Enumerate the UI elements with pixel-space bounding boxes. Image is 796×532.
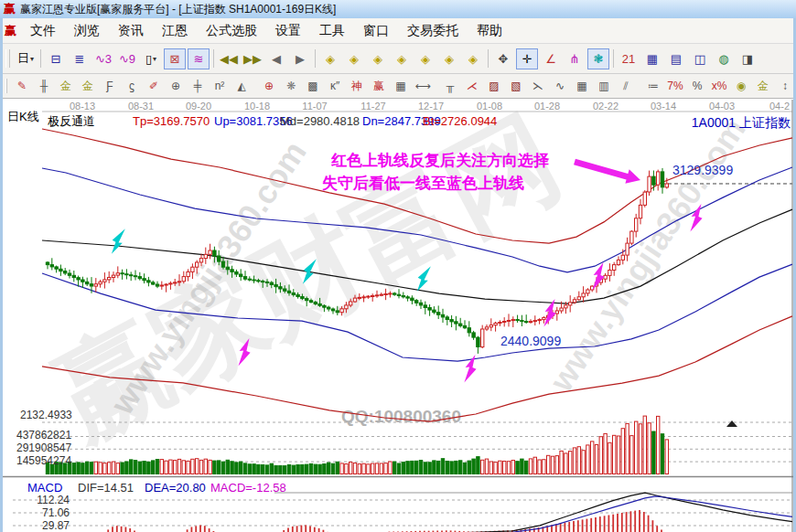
market-monitor-icon[interactable]: ⊟ [45,48,67,69]
window-title: 赢家江恩专业版[赢家服务平台] - [上证指数 SH1A0001-169日K线] [20,2,336,17]
volume-axis-label-3: 145954274 [16,454,71,467]
gold-lines-icon[interactable]: 金 [753,77,773,96]
gann-jump-out-icon[interactable]: ◈ [438,48,460,69]
time-circle-icon[interactable]: ⊕ [166,77,186,96]
spiral-icon[interactable]: ❋ [281,77,301,96]
width-measure-icon[interactable]: ⟷ [413,77,433,96]
next-page-icon[interactable]: ▶ [289,48,311,69]
shen-tool-icon[interactable]: 神 [347,77,367,96]
k-mark-icon[interactable]: ĸ″ [325,77,345,96]
calculator-icon[interactable]: ▦ [641,48,663,69]
indicator-name[interactable]: 极反通道 [48,114,95,128]
gann-jump-star-icon[interactable]: ◈ [414,48,436,69]
smart-analysis-icon[interactable]: ❃ [587,48,609,69]
price-low-label: 2440.9099 [500,334,561,348]
x-axis-date-label: 12-17 [418,101,444,112]
menu-item-6[interactable]: 设置 [266,20,310,42]
x-axis-date-label: 01-28 [534,101,560,112]
menu-item-9[interactable]: 交易委托 [398,20,468,42]
level-tool-icon[interactable]: ╥ [440,77,460,96]
parallel-lines-icon[interactable]: ⫽ [616,77,636,96]
toolbar-grip[interactable] [5,79,7,94]
pan-hand-icon[interactable]: ✥ [492,48,514,69]
symbol-label[interactable]: 1A0001 上证指数 [692,115,791,130]
menu-item-5[interactable]: 公式选股 [197,20,266,42]
x-axis-date-label: 03-14 [651,101,676,112]
last-page-icon[interactable]: ▶▶ [242,48,264,69]
gann-jump-both-icon[interactable]: ◈ [367,48,389,69]
minute-chart-9-icon[interactable]: ∿9 [116,48,138,69]
stats-tool-icon[interactable]: ≔ [643,77,663,96]
candle-style-icon[interactable]: ▯▾ [140,48,162,69]
menu-item-4[interactable]: 江恩 [153,20,197,42]
trend-lines-icon[interactable]: ⋋ [528,77,548,96]
main-toolbar: 日▾⊟≣∿3∿9▯▾⊠≋◀◀▶▶◀▶◈◈◈◈◈◈◈✥✛∠⋔❃21▦▤◫◍◨ [0,44,796,74]
toolbar-grip[interactable] [5,49,10,69]
gann-jump-center-icon[interactable]: ◈ [391,48,413,69]
spiral-calendar-icon[interactable]: ϛ [122,77,142,96]
gann-jump-left-icon[interactable]: ◈ [319,48,341,69]
annotation-line-2: 失守后看低一线至蓝色上轨线 [322,175,524,192]
percent-icon[interactable]: % [687,77,707,96]
x-axis-date-label: 04-2 [769,101,790,112]
memo-icon[interactable]: ▤ [665,48,687,69]
zigzag-icon[interactable]: ∿ [550,77,570,96]
network-icon[interactable]: ◍ [713,48,735,69]
window-titlebar[interactable]: 赢 赢家江恩专业版[赢家服务平台] - [上证指数 SH1A0001-169日K… [0,0,796,18]
grid-box-icon[interactable]: ▩ [303,77,323,96]
menu-item-10[interactable]: 帮助 [468,20,511,42]
gann-jump-in-icon[interactable]: ◈ [462,48,484,69]
fan-lines-icon[interactable]: ⋌ [462,77,482,96]
scroll-up-marker-icon [726,420,737,427]
n-square-icon[interactable]: n² [210,77,230,96]
x-axis-date-label: 04-03 [709,101,735,112]
menu-item-7[interactable]: 工具 [310,20,354,42]
draw-pen-icon[interactable]: ✎ [12,77,32,96]
marker-pen-icon[interactable]: ✐ [144,77,164,96]
fibonacci-icon[interactable]: Ƒ [100,77,120,96]
chart-canvas[interactable]: 赢家财富网 www.yingjia360.com www.yingjia360.… [0,99,796,532]
toolbar-separator [613,49,614,69]
fan-grid-icon[interactable]: ▧ [506,77,526,96]
child-window-icon[interactable]: 赢 [5,23,16,39]
ying-tool-icon[interactable]: 赢 [369,77,389,96]
gold-section-icon[interactable]: 金 [78,77,98,96]
price-grid-icon[interactable]: ╪ [188,77,208,96]
gann-center-icon[interactable]: ⊕ [259,77,279,96]
save-icon[interactable]: ◫ [689,48,711,69]
price-percent-icon[interactable]: x% [709,77,729,96]
kline-window-icon[interactable]: ⊠ [164,48,186,69]
macd-scale-1: 112.24 [37,494,70,506]
menu-item-8[interactable]: 窗口 [354,20,398,42]
grid-123-icon[interactable]: ▦ [391,77,411,96]
menu-item-2[interactable]: 浏览 [65,20,109,42]
time-grid-icon[interactable]: ╫ [34,77,54,96]
grid-dense-icon[interactable]: ▦ [572,77,592,96]
angle-mirror-icon[interactable]: ◭ [231,77,252,96]
period-day-icon[interactable]: 日▾ [15,48,37,69]
gann-fork-icon[interactable]: ⋔ [564,48,586,69]
minute-chart-3-icon[interactable]: ∿3 [92,48,114,69]
quote-list-icon[interactable]: ≣ [69,48,91,69]
x-axis-date-label: 11-27 [360,101,385,112]
crosshair-icon[interactable]: ✛ [516,48,538,69]
first-page-icon[interactable]: ◀◀ [218,48,240,69]
calendar-icon[interactable]: 21 [618,48,640,69]
x-axis-date-label: 10-18 [244,101,270,112]
grid-chart-icon[interactable]: ▥ [594,77,614,96]
angle-measure-icon[interactable]: ∠ [540,48,562,69]
gold-ratio-icon[interactable]: 金 [56,77,76,96]
fan-box-icon[interactable]: ▨ [484,77,504,96]
remote-service-icon[interactable]: ◨ [737,48,758,69]
macd-panel-label[interactable]: MACD [27,481,62,495]
dropdown-caret-icon: ▾ [30,55,34,63]
menu-item-1[interactable]: 文件 [21,20,65,42]
vertical-measure-icon[interactable]: ↕ [775,77,795,96]
gold-coin-icon[interactable]: ◉ [731,77,751,96]
prev-page-icon[interactable]: ◀ [265,48,287,69]
menu-item-3[interactable]: 资讯 [109,20,153,42]
gann-jump-right-icon[interactable]: ◈ [343,48,365,69]
color-volume-icon[interactable]: ≋ [188,48,210,69]
indicator-tp: Tp=3169.7570 [133,114,210,128]
percent-retrace-icon[interactable]: 7% [665,77,685,96]
